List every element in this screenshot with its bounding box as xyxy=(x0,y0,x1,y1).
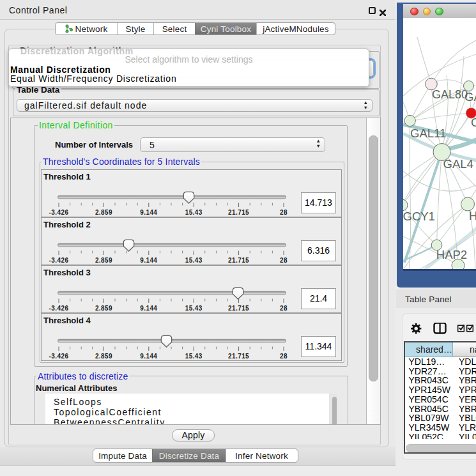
svg-text:2.859: 2.859 xyxy=(95,257,112,264)
svg-text:28: 28 xyxy=(280,353,288,360)
svg-text:15.43: 15.43 xyxy=(185,209,203,216)
svg-text:C: C xyxy=(471,115,476,128)
svg-text:9.144: 9.144 xyxy=(140,305,157,312)
svg-text:21.715: 21.715 xyxy=(228,305,249,312)
svg-text:H: H xyxy=(469,208,476,222)
svg-text:9.144: 9.144 xyxy=(140,257,157,264)
svg-text:-3.426: -3.426 xyxy=(49,305,69,312)
svg-text:9.144: 9.144 xyxy=(140,209,157,216)
svg-text:GCY1: GCY1 xyxy=(403,209,435,222)
svg-text:21.715: 21.715 xyxy=(228,257,249,264)
svg-text:2.859: 2.859 xyxy=(95,305,112,312)
svg-text:-3.426: -3.426 xyxy=(49,353,69,360)
svg-text:2.859: 2.859 xyxy=(95,353,112,360)
svg-text:15.43: 15.43 xyxy=(185,305,203,312)
svg-text:-3.426: -3.426 xyxy=(49,209,69,216)
svg-text:HAP2: HAP2 xyxy=(436,248,467,261)
svg-text:9.144: 9.144 xyxy=(140,353,157,360)
svg-text:GAL4: GAL4 xyxy=(443,157,473,171)
svg-text:28: 28 xyxy=(280,257,288,264)
svg-text:15.43: 15.43 xyxy=(185,353,203,360)
svg-text:21.715: 21.715 xyxy=(228,353,249,360)
svg-text:28: 28 xyxy=(280,209,288,216)
svg-text:GA: GA xyxy=(464,90,476,104)
svg-text:GAL11: GAL11 xyxy=(410,127,446,140)
svg-text:28: 28 xyxy=(280,305,288,312)
svg-text:21.715: 21.715 xyxy=(228,209,249,216)
svg-text:GAL80: GAL80 xyxy=(432,88,468,101)
svg-text:15.43: 15.43 xyxy=(185,257,203,264)
svg-text:-3.426: -3.426 xyxy=(49,257,69,264)
svg-text:2.859: 2.859 xyxy=(95,209,112,216)
